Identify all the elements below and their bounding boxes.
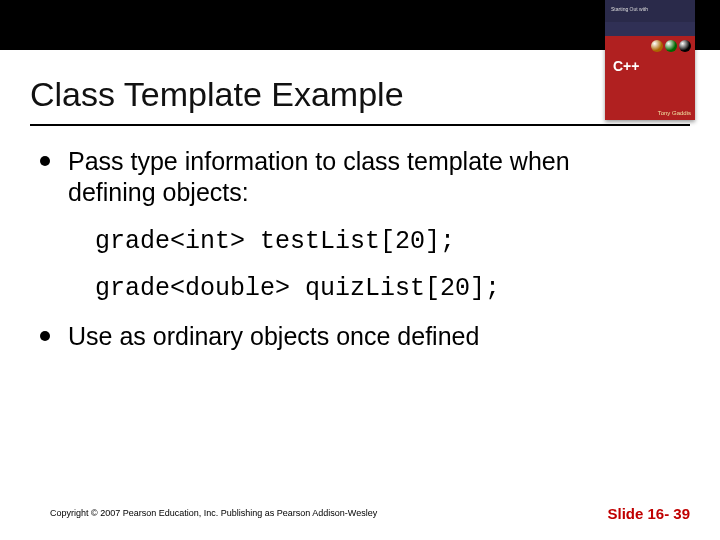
cover-author-text: Tony Gaddis: [658, 110, 691, 116]
bullet-dot-icon: [40, 156, 50, 166]
code-line: grade<int> testList[20];: [95, 227, 660, 256]
bullet-dot-icon: [40, 331, 50, 341]
bullet-item: Use as ordinary objects once defined: [40, 321, 660, 352]
cover-lang-text: C++: [613, 58, 639, 74]
cover-series-text: Starting Out with: [611, 6, 648, 12]
book-cover-image: Starting Out with C++ Tony Gaddis: [605, 0, 695, 120]
bullet-text: Pass type information to class template …: [68, 146, 660, 209]
slide-title: Class Template Example: [30, 75, 690, 114]
bullet-text: Use as ordinary objects once defined: [68, 321, 479, 352]
slide-number: Slide 16- 39: [607, 505, 690, 522]
slide-body: Pass type information to class template …: [0, 126, 720, 352]
code-line: grade<double> quizList[20];: [95, 274, 660, 303]
copyright-text: Copyright © 2007 Pearson Education, Inc.…: [50, 508, 377, 518]
bullet-item: Pass type information to class template …: [40, 146, 660, 209]
